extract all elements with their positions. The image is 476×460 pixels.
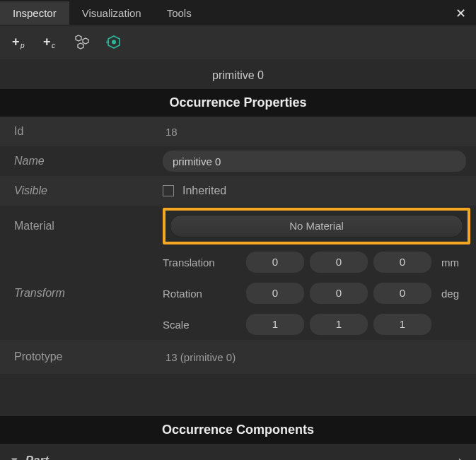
scale-y[interactable]: 1 (310, 314, 368, 335)
part-label: Part (25, 454, 49, 461)
tab-bar: Inspector Visualization Tools ✕ (0, 0, 476, 25)
hexagon-arrow-icon[interactable] (105, 33, 123, 52)
row-prototype: Prototype 13 (primitive 0) (0, 340, 476, 374)
scale-z[interactable]: 1 (373, 314, 431, 335)
visible-checkbox[interactable] (163, 185, 174, 196)
transform-translation-row: Translation 0 0 0 mm (163, 247, 470, 278)
rotation-x[interactable]: 0 (246, 283, 304, 304)
value-id: 18 (163, 126, 178, 138)
svg-text:+: + (43, 35, 51, 49)
label-material: Material (0, 220, 163, 232)
label-translation: Translation (163, 256, 240, 269)
scale-x[interactable]: 1 (246, 314, 304, 335)
label-transform: Transform (0, 247, 163, 340)
row-material: Material No Material (0, 206, 476, 247)
translation-unit: mm (437, 256, 470, 269)
material-highlight: No Material (163, 208, 470, 244)
caret-down-icon[interactable]: ▾ (11, 453, 18, 461)
transform-scale-row: Scale 1 1 1 (163, 309, 470, 340)
svg-point-8 (112, 40, 116, 45)
object-name: primitive 0 (0, 59, 476, 89)
spacer (0, 374, 476, 416)
transform-rotation-row: Rotation 0 0 0 deg (163, 278, 470, 309)
svg-marker-6 (78, 43, 83, 49)
section-occurrence-components: Occurrence Components (0, 416, 476, 444)
svg-text:+: + (12, 35, 20, 49)
rotation-z[interactable]: 0 (373, 283, 431, 304)
tab-inspector[interactable]: Inspector (0, 1, 69, 25)
row-id: Id 18 (0, 117, 476, 146)
name-input[interactable] (163, 151, 466, 172)
svg-marker-5 (83, 38, 88, 44)
part-row[interactable]: ▾ Part → (0, 444, 476, 460)
close-icon[interactable]: ✕ (455, 6, 466, 21)
label-id: Id (0, 125, 163, 138)
row-visible: Visible Inherited (0, 176, 476, 206)
label-rotation: Rotation (163, 288, 240, 300)
hexagon-cluster-icon[interactable] (74, 33, 92, 52)
value-prototype: 13 (primitive 0) (163, 351, 236, 363)
rotation-unit: deg (437, 288, 470, 300)
rotation-y[interactable]: 0 (310, 283, 368, 304)
tab-tools[interactable]: Tools (154, 1, 204, 25)
material-button[interactable]: No Material (170, 215, 463, 237)
svg-text:c: c (52, 42, 55, 49)
section-occurrence-properties: Occurrence Properties (0, 89, 476, 117)
svg-marker-4 (76, 35, 81, 41)
label-scale: Scale (163, 319, 240, 331)
svg-text:p: p (20, 42, 25, 49)
translation-z[interactable]: 0 (373, 252, 431, 273)
label-prototype: Prototype (0, 350, 163, 363)
tab-visualization[interactable]: Visualization (69, 1, 154, 25)
translation-x[interactable]: 0 (246, 252, 304, 273)
label-name: Name (0, 155, 163, 167)
add-parent-icon[interactable]: +p (11, 33, 30, 52)
arrow-right-icon[interactable]: → (449, 451, 465, 460)
visible-value: Inherited (182, 184, 226, 197)
toolbar: +p +c (0, 25, 476, 59)
row-transform: Transform Translation 0 0 0 mm Rotation … (0, 247, 476, 340)
translation-y[interactable]: 0 (310, 252, 368, 273)
properties-table: Id 18 Name Visible Inherited Material No… (0, 117, 476, 374)
row-name: Name (0, 146, 476, 176)
add-child-icon[interactable]: +c (42, 33, 61, 52)
label-visible: Visible (0, 184, 163, 197)
